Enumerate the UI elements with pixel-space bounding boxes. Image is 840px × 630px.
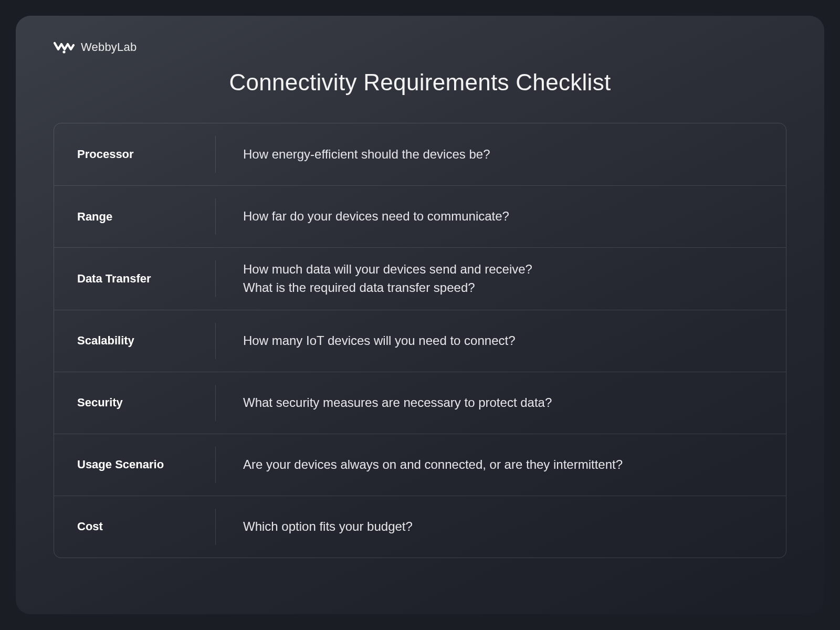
row-body: How energy-efficient should the devices … — [216, 145, 786, 164]
row-body: Which option fits your budget? — [216, 518, 786, 536]
table-row: Processor How energy-efficient should th… — [54, 123, 786, 185]
brand: WebbyLab — [54, 40, 786, 55]
table-row: Data Transfer How much data will your de… — [54, 247, 786, 310]
table-row: Security What security measures are nece… — [54, 372, 786, 434]
checklist-table: Processor How energy-efficient should th… — [54, 123, 786, 558]
page-title: Connectivity Requirements Checklist — [54, 69, 786, 96]
brand-name: WebbyLab — [81, 40, 136, 54]
row-label-range: Range — [54, 198, 216, 235]
row-label-scalability: Scalability — [54, 323, 216, 359]
table-row: Range How far do your devices need to co… — [54, 185, 786, 247]
webbylab-logo-icon — [54, 40, 75, 55]
table-row: Usage Scenario Are your devices always o… — [54, 434, 786, 496]
row-label-processor: Processor — [54, 136, 216, 173]
row-label-cost: Cost — [54, 509, 216, 545]
row-body: What security measures are necessary to … — [216, 394, 786, 412]
table-row: Scalability How many IoT devices will yo… — [54, 310, 786, 372]
row-label-data-transfer: Data Transfer — [54, 260, 216, 297]
row-body: How far do your devices need to communic… — [216, 207, 786, 226]
table-row: Cost Which option fits your budget? — [54, 496, 786, 558]
row-body: How much data will your devices send and… — [216, 260, 786, 297]
row-label-security: Security — [54, 385, 216, 421]
row-body: Are your devices always on and connected… — [216, 456, 786, 474]
row-body: How many IoT devices will you need to co… — [216, 332, 786, 350]
svg-point-0 — [62, 50, 65, 53]
row-label-usage-scenario: Usage Scenario — [54, 447, 216, 483]
checklist-card: WebbyLab Connectivity Requirements Check… — [16, 16, 824, 614]
